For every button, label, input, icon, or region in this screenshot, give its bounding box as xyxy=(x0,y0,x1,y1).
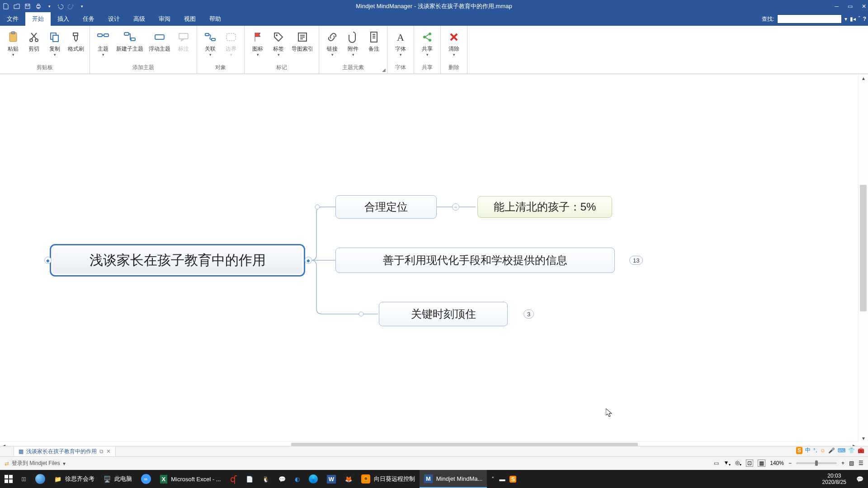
ime-tool-icon[interactable]: 🧰 xyxy=(858,447,864,454)
ime-keyboard-icon[interactable]: ⌨ xyxy=(838,447,845,454)
topic-button[interactable]: 主题▾ xyxy=(93,28,113,57)
qat-print-icon[interactable] xyxy=(34,2,42,10)
maximize-button[interactable]: ▭ xyxy=(848,3,853,9)
menu-help[interactable]: 帮助 xyxy=(203,12,228,26)
collapse-handle-left[interactable]: ◆ xyxy=(44,257,52,264)
taskbar-wechat[interactable]: 💬 xyxy=(274,470,290,488)
zoom-level[interactable]: 140% xyxy=(770,460,784,466)
filter-icon[interactable]: ▼▾ xyxy=(723,460,731,467)
taskpane-toggle-icon[interactable]: ▮◂ xyxy=(850,16,856,22)
tag-button[interactable]: 标签▾ xyxy=(268,28,289,57)
ime-indicator-icon[interactable]: S xyxy=(796,447,802,454)
help-icon[interactable]: ? xyxy=(863,16,866,22)
relation-button[interactable]: 关联▾ xyxy=(200,28,221,57)
view-presentation-icon[interactable]: ▭ xyxy=(714,460,719,466)
topic-1[interactable]: 合理定位 xyxy=(335,195,437,219)
taskbar-excel[interactable]: XMicrosoft Excel - ... xyxy=(156,470,226,488)
subtopic-button[interactable]: 新建子主题 xyxy=(113,28,146,52)
menu-review[interactable]: 审阅 xyxy=(152,12,177,26)
taskbar-reader[interactable]: ʠ xyxy=(226,470,241,488)
search-options-button[interactable]: ▾ xyxy=(844,16,847,22)
qat-undo-icon[interactable] xyxy=(56,2,64,10)
taskbar-baidunetdisk[interactable]: ∞ xyxy=(137,470,156,488)
document-tab[interactable]: ▦ 浅谈家长在孩子教育中的作用 ⧉ ✕ xyxy=(14,446,116,456)
login-link[interactable]: 登录到 Mindjet Files xyxy=(12,460,60,467)
tray-expand-icon[interactable]: ˄ xyxy=(491,476,495,483)
taskbar-folder[interactable]: 📁徐思齐会考 xyxy=(50,470,99,488)
qat-new-icon[interactable] xyxy=(2,2,10,10)
vertical-scrollbar[interactable]: ▴▾ xyxy=(858,74,868,442)
tab-close-icon[interactable]: ✕ xyxy=(106,448,111,455)
taskbar-globe[interactable] xyxy=(31,470,50,488)
minimize-button[interactable]: ─ xyxy=(835,3,839,9)
share-button[interactable]: 共享▾ xyxy=(417,28,438,57)
menu-view[interactable]: 视图 xyxy=(177,12,203,26)
qat-open-icon[interactable] xyxy=(13,2,21,10)
qat-customize-icon[interactable]: ▾ xyxy=(78,2,86,10)
taskbar-sunflower[interactable]: 🌻向日葵远程控制 xyxy=(357,470,420,488)
topic-2-count[interactable]: 13 xyxy=(629,256,643,265)
taskview-button[interactable]: ⊞⃞ xyxy=(17,470,31,488)
taskbar-firefox[interactable]: 🦊 xyxy=(340,470,357,488)
topic-3[interactable]: 关键时刻顶住 xyxy=(379,302,508,326)
menu-design[interactable]: 设计 xyxy=(101,12,127,26)
element-dialog-launcher[interactable]: ◢ xyxy=(382,67,386,72)
icon-button[interactable]: 图标▾ xyxy=(247,28,268,57)
menu-advanced[interactable]: 高级 xyxy=(127,12,152,26)
taskbar-thispc[interactable]: 🖥️此电脑 xyxy=(99,470,137,488)
canvas[interactable]: 浅谈家长在孩子教育中的作用 ◆ ◆ 合理定位 − 能上清北的孩子：5% 善于利用… xyxy=(0,74,868,442)
qat-more-icon[interactable]: ▾ xyxy=(45,2,53,10)
ime-punct-icon[interactable]: °ꓸ xyxy=(813,447,817,454)
cut-button[interactable]: 剪切 xyxy=(24,28,44,52)
start-button[interactable] xyxy=(0,470,17,488)
callout-button[interactable]: 标注 xyxy=(173,28,194,52)
ime-mic-icon[interactable]: 🎤 xyxy=(828,447,835,454)
index-button[interactable]: 导图索引 xyxy=(289,28,316,52)
menu-insert[interactable]: 插入 xyxy=(51,12,76,26)
zoom-slider[interactable] xyxy=(796,462,837,464)
ribbon-collapse-icon[interactable]: ˆ xyxy=(859,16,860,22)
target-icon[interactable]: ◎▾ xyxy=(735,460,741,467)
link-button[interactable]: 链接▾ xyxy=(322,28,343,57)
clear-button[interactable]: 清除▾ xyxy=(443,28,464,57)
view-map-icon[interactable]: ▧ xyxy=(849,460,854,466)
paste-button[interactable]: 粘贴▾ xyxy=(3,28,24,57)
collapse-toggle-1[interactable]: − xyxy=(452,203,459,211)
topic-2[interactable]: 善于利用现代化手段和学校提供的信息 xyxy=(335,248,615,273)
zoom-in-button[interactable]: + xyxy=(841,460,844,466)
tray-sogou-icon[interactable]: S xyxy=(509,476,516,483)
zoom-out-button[interactable]: − xyxy=(788,460,792,466)
cloud-connect-icon[interactable]: ⇄ xyxy=(5,460,9,467)
ime-smile-icon[interactable]: ☺ xyxy=(820,447,826,454)
qat-redo-icon[interactable] xyxy=(67,2,75,10)
taskbar-notes[interactable]: 📄 xyxy=(241,470,258,488)
copy-button[interactable]: 复制▾ xyxy=(44,28,65,57)
search-input[interactable] xyxy=(777,14,842,23)
fit-selection-icon[interactable]: ⊡ xyxy=(746,460,753,467)
boundary-button[interactable]: 边界▾ xyxy=(221,28,241,57)
fit-map-icon[interactable]: ▦ xyxy=(758,460,765,467)
view-outline-icon[interactable]: ☰ xyxy=(859,460,863,466)
menu-task[interactable]: 任务 xyxy=(76,12,101,26)
topic-3-count[interactable]: 3 xyxy=(524,310,534,319)
login-dropdown-icon[interactable]: ▾ xyxy=(63,460,66,467)
floating-topic-button[interactable]: 浮动主题 xyxy=(146,28,173,52)
menu-home[interactable]: 开始 xyxy=(25,12,51,26)
format-painter-button[interactable]: 格式刷 xyxy=(65,28,87,52)
notification-button[interactable]: 💬 xyxy=(852,470,868,488)
note-button[interactable]: 备注 xyxy=(363,28,384,52)
qat-save-icon[interactable] xyxy=(24,2,32,10)
collapse-handle-right[interactable]: ◆ xyxy=(305,257,312,264)
taskbar-word[interactable]: W xyxy=(322,470,340,488)
taskbar-clock[interactable]: 20:03 2020/8/25 xyxy=(817,473,852,486)
close-button[interactable]: ✕ xyxy=(862,3,866,9)
ime-skin-icon[interactable]: 👕 xyxy=(848,447,855,454)
tray-battery-icon[interactable]: ▬ xyxy=(499,476,505,483)
center-topic[interactable]: 浅谈家长在孩子教育中的作用 xyxy=(50,244,305,277)
taskbar-mindjet[interactable]: MMindjet MindMa... xyxy=(420,470,487,488)
topic-1a[interactable]: 能上清北的孩子：5% xyxy=(477,196,612,218)
taskbar-edge[interactable] xyxy=(304,470,322,488)
font-button[interactable]: A 字体▾ xyxy=(390,28,411,57)
attach-button[interactable]: 附件▾ xyxy=(343,28,363,57)
tab-popout-icon[interactable]: ⧉ xyxy=(99,448,104,455)
